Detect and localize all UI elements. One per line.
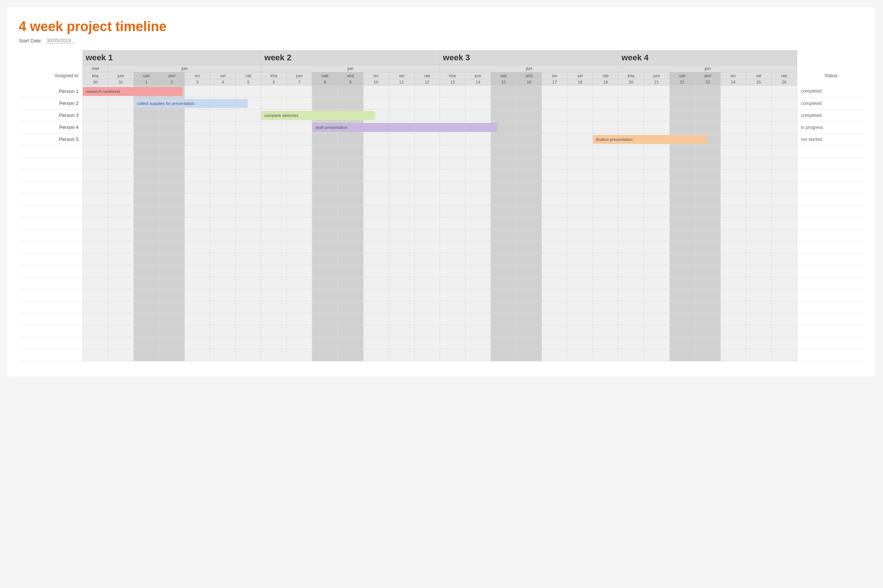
empty-cell-1-6 <box>236 158 261 170</box>
empty-row <box>19 290 864 301</box>
empty-cell-12-14 <box>440 290 465 301</box>
empty-cell-10-2 <box>133 266 159 278</box>
empty-cell-0-19 <box>567 146 593 158</box>
empty-cell-5-22 <box>644 206 669 218</box>
empty-cell-16-15 <box>465 337 490 349</box>
empty-cell-17-20 <box>593 349 618 361</box>
data-cell-1-15 <box>465 98 490 110</box>
empty-cell-5-12 <box>389 206 414 218</box>
empty-cell-2-20 <box>593 170 618 182</box>
empty-cell-17-26 <box>746 349 771 361</box>
data-cell-1-11 <box>363 98 389 110</box>
empty-cell-5-16 <box>490 206 516 218</box>
empty-cell-3-2 <box>133 182 159 194</box>
empty-cell-9-15 <box>465 254 490 266</box>
empty-cell-6-5 <box>210 218 236 230</box>
empty-cell-15-12 <box>389 325 414 337</box>
empty-cell-10-15 <box>465 266 490 278</box>
empty-cell-6-14 <box>440 218 465 230</box>
data-cell-0-10 <box>338 86 363 98</box>
empty-cell-7-11 <box>363 230 389 242</box>
empty-cell-10-11 <box>363 266 389 278</box>
empty-cell-12-24 <box>695 290 720 301</box>
empty-cell-10-13 <box>414 266 440 278</box>
empty-cell-5-17 <box>516 206 542 218</box>
empty-cell-1-14 <box>440 158 465 170</box>
empty-cell-12-2 <box>133 290 159 301</box>
day-header-25: isn <box>720 72 746 79</box>
empty-status-13 <box>797 301 864 313</box>
empty-cell-4-5 <box>210 194 236 206</box>
empty-cell-8-23 <box>669 242 695 254</box>
empty-cell-12-0 <box>82 290 108 301</box>
empty-cell-14-4 <box>185 313 210 325</box>
empty-cell-13-7 <box>261 301 287 313</box>
empty-status-11 <box>797 278 864 290</box>
day-header-0: kha <box>82 72 108 79</box>
empty-cell-0-9 <box>312 146 338 158</box>
date-header-0: 30 <box>82 79 108 86</box>
empty-cell-17-25 <box>720 349 746 361</box>
empty-cell-4-19 <box>567 194 593 206</box>
empty-cell-14-26 <box>746 313 771 325</box>
empty-cell-1-17 <box>516 158 542 170</box>
table-row: Person 4draft presentationin progress <box>19 122 864 134</box>
data-cell-1-24 <box>695 98 720 110</box>
empty-cell-16-25 <box>720 337 746 349</box>
empty-cell-2-19 <box>567 170 593 182</box>
empty-cell-4-1 <box>108 194 133 206</box>
empty-cell-12-27 <box>771 290 797 301</box>
empty-cell-16-9 <box>312 337 338 349</box>
empty-cell-4-11 <box>363 194 389 206</box>
data-cell-0-9 <box>312 86 338 98</box>
empty-cell-16-7 <box>261 337 287 349</box>
data-cell-0-18 <box>542 86 567 98</box>
table-row: Person 5finalize presentationnot started <box>19 134 864 146</box>
empty-cell-4-16 <box>490 194 516 206</box>
empty-cell-6-12 <box>389 218 414 230</box>
day-header-1: jum <box>108 72 133 79</box>
empty-cell-12-15 <box>465 290 490 301</box>
empty-cell-9-10 <box>338 254 363 266</box>
empty-cell-11-19 <box>567 278 593 290</box>
empty-cell-14-5 <box>210 313 236 325</box>
empty-cell-4-24 <box>695 194 720 206</box>
empty-cell-13-2 <box>133 301 159 313</box>
empty-cell-10-20 <box>593 266 618 278</box>
empty-cell-5-19 <box>567 206 593 218</box>
data-cell-2-12 <box>389 110 414 122</box>
data-cell-3-19 <box>567 122 593 134</box>
empty-cell-14-24 <box>695 313 720 325</box>
empty-cell-11-25 <box>720 278 746 290</box>
empty-cell-16-23 <box>669 337 695 349</box>
empty-cell-6-1 <box>108 218 133 230</box>
data-cell-4-4 <box>185 134 210 146</box>
empty-cell-15-26 <box>746 325 771 337</box>
empty-cell-13-27 <box>771 301 797 313</box>
empty-cell-9-21 <box>618 254 644 266</box>
date-header-4: 3 <box>185 79 210 86</box>
empty-cell-13-13 <box>414 301 440 313</box>
empty-label-11 <box>19 278 82 290</box>
empty-cell-2-15 <box>465 170 490 182</box>
data-cell-2-22 <box>644 110 669 122</box>
data-cell-4-11 <box>363 134 389 146</box>
data-cell-4-5 <box>210 134 236 146</box>
empty-cell-6-26 <box>746 218 771 230</box>
empty-cell-2-21 <box>618 170 644 182</box>
data-cell-2-3 <box>159 110 184 122</box>
empty-cell-5-6 <box>236 206 261 218</box>
data-cell-4-2 <box>133 134 159 146</box>
empty-cell-17-3 <box>159 349 184 361</box>
empty-label-2 <box>19 170 82 182</box>
empty-cell-10-0 <box>82 266 108 278</box>
empty-cell-10-7 <box>261 266 287 278</box>
data-cell-0-15 <box>465 86 490 98</box>
data-cell-1-13 <box>414 98 440 110</box>
empty-cell-15-11 <box>363 325 389 337</box>
empty-cell-1-20 <box>593 158 618 170</box>
start-date-value[interactable]: 30/05/2019 <box>45 38 75 44</box>
empty-cell-2-26 <box>746 170 771 182</box>
empty-cell-17-6 <box>236 349 261 361</box>
data-cell-2-1 <box>108 110 133 122</box>
